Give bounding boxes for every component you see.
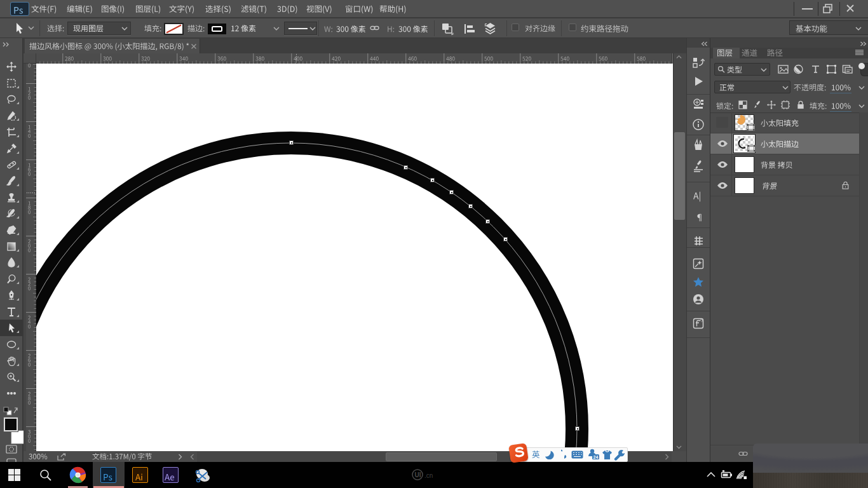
svg-text:UI: UI xyxy=(415,471,421,478)
svg-text:24: 24 xyxy=(593,455,599,459)
svg-text:.cn: .cn xyxy=(424,472,433,479)
